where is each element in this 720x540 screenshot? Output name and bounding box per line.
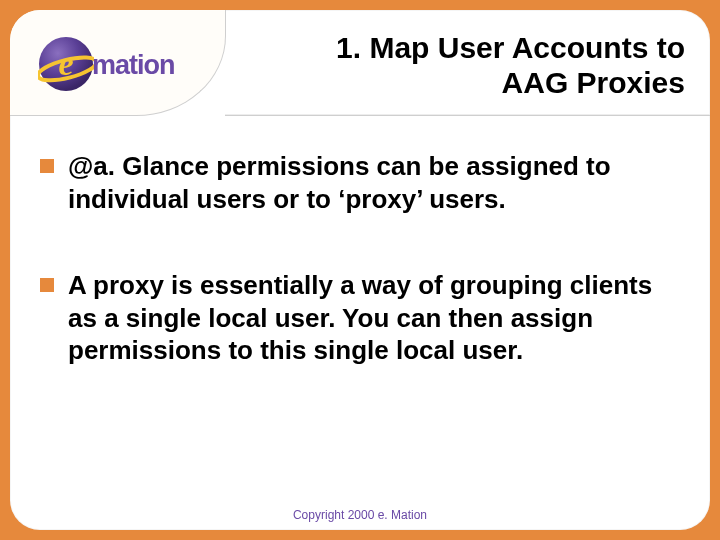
bullet-text: A proxy is essentially a way of grouping… bbox=[68, 269, 680, 367]
bullet-square-icon bbox=[40, 278, 54, 292]
slide-title: 1. Map User Accounts to AAG Proxies bbox=[240, 30, 685, 101]
slide-panel: e mation 1. Map User Accounts to AAG Pro… bbox=[10, 10, 710, 530]
list-item: @a. Glance permissions can be assigned t… bbox=[40, 150, 680, 215]
bullet-square-icon bbox=[40, 159, 54, 173]
logo-wordmark: mation bbox=[92, 50, 175, 81]
slide-body: @a. Glance permissions can be assigned t… bbox=[40, 150, 680, 421]
list-item: A proxy is essentially a way of grouping… bbox=[40, 269, 680, 367]
title-line-1: 1. Map User Accounts to bbox=[336, 31, 685, 64]
copyright-footer: Copyright 2000 e. Mation bbox=[10, 508, 710, 522]
header-divider bbox=[225, 114, 710, 116]
bullet-text: @a. Glance permissions can be assigned t… bbox=[68, 150, 680, 215]
logo: e mation bbox=[38, 36, 213, 96]
slide-frame: e mation 1. Map User Accounts to AAG Pro… bbox=[0, 0, 720, 540]
emation-logo-icon: e bbox=[38, 36, 94, 92]
title-line-2: AAG Proxies bbox=[502, 66, 685, 99]
svg-text:e: e bbox=[58, 45, 73, 82]
